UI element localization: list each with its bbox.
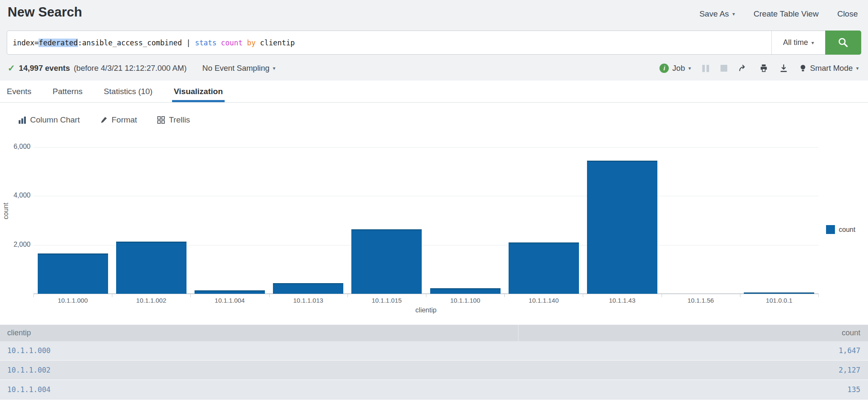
table-cell-count[interactable]: 2,127 [519, 361, 868, 379]
job-info-icon: i [659, 64, 669, 73]
action-label: Save As [699, 9, 729, 19]
tab-events[interactable]: Events [6, 81, 32, 102]
y-tick-label: 6,000 [3, 143, 31, 150]
x-axis-tick [740, 294, 740, 297]
print-button[interactable] [760, 64, 768, 72]
bar-10.1.1.100[interactable] [430, 288, 501, 294]
legend-swatch [826, 225, 835, 234]
table-cell-count[interactable]: 135 [519, 380, 868, 400]
viz-control-label: Trellis [169, 115, 190, 125]
bar-10.1.1.002[interactable] [116, 242, 186, 294]
search-mode-dropdown[interactable]: Smart Mode ▾ [799, 64, 859, 73]
table-cell-count[interactable]: 1,647 [519, 341, 868, 360]
viz-control-label: Column Chart [30, 115, 80, 125]
search-bar: index=federated:ansible_access_combined … [7, 31, 861, 55]
event-sampling-dropdown[interactable]: No Event Sampling ▾ [202, 64, 275, 73]
x-tick-label: 10.1.1.140 [506, 297, 582, 304]
bar-10.1.1.004[interactable] [195, 290, 265, 294]
time-range-picker[interactable]: All time ▾ [771, 31, 825, 54]
bar-101.0.0.1[interactable] [744, 292, 814, 294]
x-tick-label: 10.1.1.013 [270, 297, 346, 304]
bar-10.1.1.140[interactable] [509, 242, 579, 294]
job-controls: i Job ▾ [659, 64, 859, 73]
query-token-plain: index= [13, 39, 39, 47]
tab-patterns[interactable]: Patterns [52, 81, 83, 102]
tab-statistics-10[interactable]: Statistics (10) [103, 81, 153, 102]
x-axis-tick [818, 294, 819, 297]
query-token-keyword: by [247, 39, 256, 47]
viz-control-column-chart[interactable]: Column Chart [18, 115, 80, 125]
table-cell-clientip[interactable]: 10.1.1.002 [0, 361, 519, 379]
x-tick-label: 10.1.1.56 [662, 297, 739, 304]
x-axis-tick [426, 294, 426, 297]
x-tick-label: 101.0.0.1 [741, 297, 817, 304]
query-token-plain: clientip [256, 39, 295, 47]
time-range-label: All time [783, 38, 808, 47]
action-create-table-view[interactable]: Create Table View [754, 9, 819, 19]
action-save-as[interactable]: Save As▾ [699, 9, 735, 19]
x-tick-label: 10.1.1.015 [348, 297, 425, 304]
bar-10.1.1.015[interactable] [351, 229, 422, 294]
query-token-plain [217, 39, 221, 47]
tab-visualization[interactable]: Visualization [173, 81, 224, 102]
search-icon [837, 37, 849, 48]
stop-job-button[interactable] [721, 65, 727, 72]
result-detail: (before 4/3/21 12:12:27.000 AM) [74, 64, 186, 73]
caret-down-icon: ▾ [732, 11, 735, 17]
x-tick-label: 10.1.1.43 [584, 297, 660, 304]
job-status: ✓ 14,997 events (before 4/3/21 12:12:27.… [8, 63, 275, 73]
query-token-selected: federated [39, 39, 78, 47]
x-axis-tick [190, 294, 191, 297]
y-tick-label: 2,000 [3, 241, 31, 248]
query-token-function: count [221, 39, 242, 47]
x-axis-title: clientip [384, 306, 468, 314]
viz-control-format[interactable]: Format [100, 115, 137, 125]
gridline [33, 147, 818, 148]
search-query-input[interactable]: index=federated:ansible_access_combined … [7, 31, 771, 54]
x-tick-label: 10.1.1.100 [427, 297, 504, 304]
caret-down-icon: ▾ [811, 40, 814, 45]
table-header-count[interactable]: count [519, 325, 868, 341]
table-cell-clientip[interactable]: 10.1.1.000 [0, 341, 519, 360]
bar-10.1.1.43[interactable] [587, 161, 657, 294]
x-axis-tick [662, 294, 662, 297]
query-token-plain: :ansible_access_combined | [78, 39, 195, 47]
action-close[interactable]: Close [837, 9, 858, 19]
export-button[interactable] [779, 64, 788, 72]
job-menu[interactable]: i Job ▾ [659, 64, 691, 73]
table-header-row: clientip count [0, 325, 868, 341]
x-tick-label: 10.1.1.000 [35, 297, 111, 304]
trellis-grid-icon [157, 116, 165, 124]
table-header-clientip[interactable]: clientip [0, 325, 519, 341]
page-title: New Search [8, 5, 82, 20]
print-icon [760, 64, 768, 72]
chart-legend[interactable]: count [826, 225, 855, 234]
column-chart-icon [18, 116, 26, 124]
bar-10.1.1.000[interactable] [38, 253, 108, 294]
y-tick-label: 4,000 [3, 192, 31, 199]
action-label: Create Table View [754, 9, 819, 19]
x-tick-label: 10.1.1.004 [192, 297, 268, 304]
action-label: Close [837, 9, 858, 19]
x-axis-tick [33, 294, 34, 297]
visualization-toolbar: Column ChartFormatTrellis [18, 110, 190, 130]
gridline [33, 196, 818, 196]
top-bar: New Search Save As▾Create Table ViewClos… [0, 0, 868, 81]
pause-job-button[interactable] [702, 65, 709, 72]
search-button[interactable] [825, 31, 861, 55]
y-axis-title: count [2, 203, 10, 219]
viz-control-trellis[interactable]: Trellis [157, 115, 190, 125]
x-axis-tick [504, 294, 505, 297]
table-cell-clientip[interactable]: 10.1.1.004 [0, 380, 519, 400]
bar-10.1.1.013[interactable] [273, 283, 343, 294]
x-tick-label: 10.1.1.002 [113, 297, 189, 304]
table-row: 10.1.1.0022,127 [0, 361, 868, 380]
x-axis-tick [583, 294, 583, 297]
share-button[interactable] [739, 64, 748, 72]
x-axis-tick [348, 294, 348, 297]
share-icon [739, 64, 748, 72]
results-table: clientip count 10.1.1.0001,64710.1.1.002… [0, 325, 868, 401]
caret-down-icon: ▾ [688, 66, 691, 71]
check-icon: ✓ [8, 63, 15, 73]
table-row: 10.1.1.004135 [0, 380, 868, 400]
